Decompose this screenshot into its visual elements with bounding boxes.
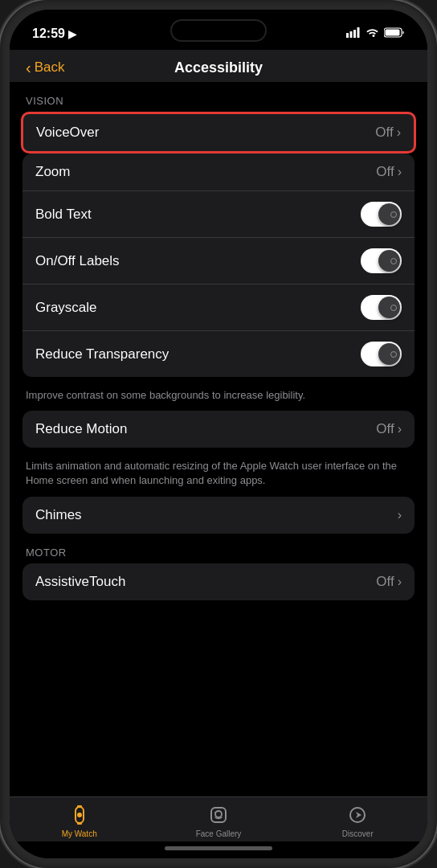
my-watch-tab-label: My Watch bbox=[62, 829, 97, 838]
tab-face-gallery[interactable]: Face Gallery bbox=[149, 804, 288, 838]
reduce-motion-hint: Limits animation and automatic resizing … bbox=[22, 454, 415, 496]
svg-point-11 bbox=[215, 811, 222, 817]
onoff-labels-toggle-indicator bbox=[390, 258, 397, 264]
assistive-touch-label: AssistiveTouch bbox=[35, 574, 125, 590]
svg-marker-14 bbox=[356, 812, 361, 818]
grayscale-row[interactable]: Grayscale bbox=[22, 285, 415, 331]
motor-section-label: MOTOR bbox=[22, 540, 415, 563]
phone-frame: 12:59 ▶ ‹ Back bbox=[0, 0, 437, 868]
reduce-motion-row[interactable]: Reduce Motion Off › bbox=[22, 411, 415, 448]
back-button[interactable]: ‹ Back bbox=[26, 59, 64, 76]
vision-section-label: VISION bbox=[22, 88, 415, 112]
svg-rect-10 bbox=[211, 808, 226, 822]
zoom-row[interactable]: Zoom Off › bbox=[22, 154, 415, 191]
voiceover-label: VoiceOver bbox=[36, 125, 99, 141]
status-bar: 12:59 ▶ bbox=[10, 10, 427, 50]
svg-rect-3 bbox=[357, 27, 360, 38]
svg-rect-7 bbox=[77, 805, 82, 808]
status-icons bbox=[346, 27, 405, 41]
bold-text-toggle-indicator bbox=[390, 211, 397, 218]
reduce-motion-group: Reduce Motion Off › bbox=[22, 411, 415, 448]
page-title: Accessibility bbox=[174, 59, 263, 76]
onoff-labels-toggle[interactable] bbox=[361, 248, 402, 273]
back-label: Back bbox=[35, 59, 65, 76]
zoom-label: Zoom bbox=[35, 164, 70, 180]
tab-discover[interactable]: Discover bbox=[288, 804, 427, 838]
home-bar bbox=[165, 846, 272, 850]
reduce-transparency-hint: Improve contrast on some backgrounds to … bbox=[22, 383, 415, 411]
signal-icon bbox=[346, 27, 361, 40]
assistive-touch-group: AssistiveTouch Off › bbox=[22, 563, 415, 600]
svg-rect-2 bbox=[353, 30, 356, 38]
reduce-motion-value: Off › bbox=[376, 421, 402, 437]
phone-screen: 12:59 ▶ ‹ Back bbox=[10, 10, 427, 858]
reduce-motion-chevron-icon: › bbox=[398, 422, 402, 436]
onoff-labels-label: On/Off Labels bbox=[35, 253, 120, 269]
zoom-chevron-icon: › bbox=[398, 165, 402, 179]
home-indicator bbox=[10, 841, 427, 858]
reduce-motion-label: Reduce Motion bbox=[35, 421, 127, 437]
discover-tab-label: Discover bbox=[342, 829, 374, 838]
chimes-group: Chimes › bbox=[22, 497, 415, 534]
svg-rect-5 bbox=[386, 30, 400, 36]
svg-rect-1 bbox=[350, 31, 353, 38]
grayscale-toggle[interactable] bbox=[361, 295, 402, 320]
tab-bar: My Watch Face Gallery Discover bbox=[10, 796, 427, 841]
assistive-touch-value: Off › bbox=[376, 574, 402, 590]
assistive-touch-row[interactable]: AssistiveTouch Off › bbox=[22, 563, 415, 600]
dynamic-island bbox=[170, 19, 267, 42]
wifi-icon bbox=[366, 27, 379, 41]
face-gallery-tab-label: Face Gallery bbox=[196, 829, 242, 838]
svg-rect-0 bbox=[346, 33, 349, 38]
chimes-row[interactable]: Chimes › bbox=[22, 497, 415, 534]
battery-icon bbox=[384, 27, 405, 41]
chimes-chevron-icon: › bbox=[398, 508, 402, 522]
location-icon: ▶ bbox=[68, 28, 76, 40]
face-gallery-icon bbox=[207, 804, 230, 826]
voiceover-group: VoiceOver Off › bbox=[21, 112, 416, 154]
bold-text-label: Bold Text bbox=[35, 207, 92, 223]
bold-text-toggle[interactable] bbox=[361, 202, 402, 227]
reduce-transparency-row[interactable]: Reduce Transparency bbox=[22, 331, 415, 377]
assistive-touch-chevron-icon: › bbox=[398, 575, 402, 589]
voiceover-value: Off › bbox=[375, 125, 401, 141]
zoom-value: Off › bbox=[376, 164, 402, 180]
grayscale-toggle-indicator bbox=[390, 305, 397, 311]
status-time: 12:59 ▶ bbox=[32, 27, 76, 41]
onoff-labels-row[interactable]: On/Off Labels bbox=[22, 238, 415, 285]
grayscale-label: Grayscale bbox=[35, 300, 97, 316]
bold-text-row[interactable]: Bold Text bbox=[22, 191, 415, 238]
svg-rect-8 bbox=[77, 822, 82, 825]
svg-point-12 bbox=[214, 812, 216, 813]
my-watch-icon bbox=[68, 804, 91, 826]
reduce-transparency-toggle-indicator bbox=[390, 351, 397, 358]
tab-my-watch[interactable]: My Watch bbox=[10, 804, 149, 838]
reduce-transparency-label: Reduce Transparency bbox=[35, 346, 169, 362]
navigation-bar: ‹ Back Accessibility bbox=[10, 50, 427, 82]
back-chevron-icon: ‹ bbox=[26, 59, 31, 76]
discover-icon bbox=[346, 804, 369, 826]
voiceover-row[interactable]: VoiceOver Off › bbox=[23, 114, 414, 151]
voiceover-chevron-icon: › bbox=[397, 125, 401, 140]
reduce-transparency-toggle[interactable] bbox=[361, 342, 402, 366]
chimes-label: Chimes bbox=[35, 507, 82, 523]
svg-point-9 bbox=[77, 813, 82, 817]
content-area[interactable]: VISION VoiceOver Off › Zoom Off bbox=[10, 82, 427, 796]
chimes-chevron: › bbox=[398, 508, 402, 522]
vision-settings-group: Zoom Off › Bold Text On/Off Labe bbox=[22, 154, 415, 377]
